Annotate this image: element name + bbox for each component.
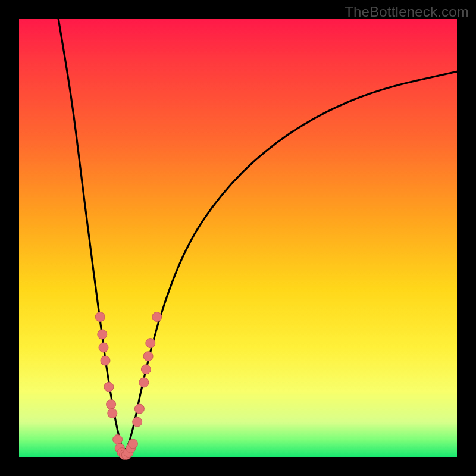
chart-frame: TheBottleneck.com [0, 0, 476, 476]
sample-dot [146, 339, 155, 348]
bottleneck-curve [58, 19, 457, 449]
sample-dot [98, 330, 107, 339]
sample-dot [95, 312, 105, 322]
sample-dot [139, 378, 149, 387]
curve-layer [19, 19, 457, 457]
watermark-text: TheBottleneck.com [345, 4, 469, 20]
plot-area [19, 19, 457, 457]
sample-dot [101, 356, 110, 365]
sample-dot [143, 352, 153, 361]
sample-dot [104, 382, 114, 392]
sample-dot [134, 404, 144, 414]
sample-dot [141, 365, 151, 374]
sample-dot [128, 439, 137, 449]
sample-dots [95, 312, 162, 460]
sample-dot [133, 417, 142, 427]
sample-dot [108, 408, 117, 418]
sample-dot [107, 400, 116, 409]
sample-dot [152, 312, 162, 322]
sample-dot [113, 435, 123, 444]
sample-dot [99, 343, 108, 352]
